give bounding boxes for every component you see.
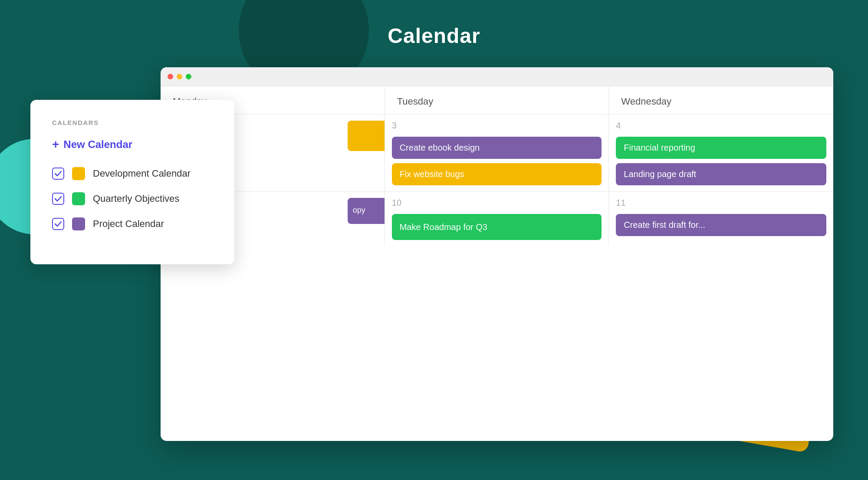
checkbox-quarterly[interactable] <box>52 193 64 205</box>
event-fix-website-bugs[interactable]: Fix website bugs <box>392 163 602 185</box>
event-landing-page-draft[interactable]: Landing page draft <box>616 163 826 185</box>
title-bar <box>161 67 833 86</box>
cal-cell-wednesday-2: 11 Create first draft for... <box>609 192 833 246</box>
partial-event-yellow[interactable] <box>348 121 385 151</box>
col-header-tuesday: Tuesday <box>385 86 609 114</box>
calendars-section-label: CALENDARS <box>52 119 213 126</box>
calendar-label-quarterly: Quarterly Objectives <box>93 193 179 204</box>
sidebar-panel: CALENDARS + New Calendar Development Cal… <box>30 100 234 264</box>
new-calendar-label: New Calendar <box>63 138 132 151</box>
event-create-first-draft[interactable]: Create first draft for... <box>616 214 826 236</box>
checkbox-project[interactable] <box>52 218 64 230</box>
new-calendar-button[interactable]: + New Calendar <box>52 138 213 151</box>
traffic-light-green[interactable] <box>186 74 191 79</box>
calendar-row-2: opy 10 Make Roadmap for Q3 11 Create fir… <box>161 192 833 246</box>
event-make-roadmap[interactable]: Make Roadmap for Q3 <box>392 214 602 240</box>
cal-cell-tuesday-1: 3 Create ebook design Fix website bugs <box>385 115 609 191</box>
calendar-window: Monday Tuesday Wednesday 3 Create ebook … <box>161 67 833 441</box>
calendar-rows: 3 Create ebook design Fix website bugs 4… <box>161 115 833 246</box>
day-number-3: 3 <box>392 121 602 131</box>
event-financial-reporting[interactable]: Financial reporting <box>616 137 826 159</box>
traffic-light-yellow[interactable] <box>177 74 182 79</box>
color-dot-development <box>72 167 85 180</box>
calendar-item-project: Project Calendar <box>52 217 213 230</box>
calendar-item-development: Development Calendar <box>52 167 213 180</box>
calendar-grid: Monday Tuesday Wednesday 3 Create ebook … <box>161 86 833 246</box>
column-headers: Monday Tuesday Wednesday <box>161 86 833 115</box>
cal-cell-wednesday-1: 4 Financial reporting Landing page draft <box>609 115 833 191</box>
cal-cell-tuesday-2: 10 Make Roadmap for Q3 <box>385 192 609 246</box>
page-title: Calendar <box>0 24 868 48</box>
calendar-row-1: 3 Create ebook design Fix website bugs 4… <box>161 115 833 192</box>
day-number-4: 4 <box>616 121 826 131</box>
traffic-light-red[interactable] <box>168 74 173 79</box>
calendar-label-development: Development Calendar <box>93 168 191 179</box>
color-dot-project <box>72 217 85 230</box>
event-create-ebook[interactable]: Create ebook design <box>392 137 602 159</box>
new-calendar-plus-icon: + <box>52 138 59 151</box>
color-dot-quarterly <box>72 192 85 205</box>
col-header-wednesday: Wednesday <box>609 86 833 114</box>
calendar-label-project: Project Calendar <box>93 218 164 230</box>
checkbox-development[interactable] <box>52 168 64 180</box>
day-number-10: 10 <box>392 198 602 208</box>
partial-event-purple[interactable]: opy <box>348 198 385 224</box>
calendar-item-quarterly: Quarterly Objectives <box>52 192 213 205</box>
day-number-11: 11 <box>616 198 826 208</box>
